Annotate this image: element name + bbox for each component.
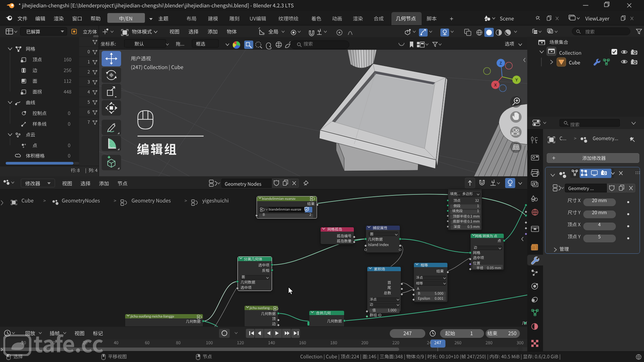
- svg-text:X: X: [494, 83, 497, 87]
- svg-text:Z: Z: [499, 61, 502, 66]
- svg-text:Y: Y: [515, 78, 518, 82]
